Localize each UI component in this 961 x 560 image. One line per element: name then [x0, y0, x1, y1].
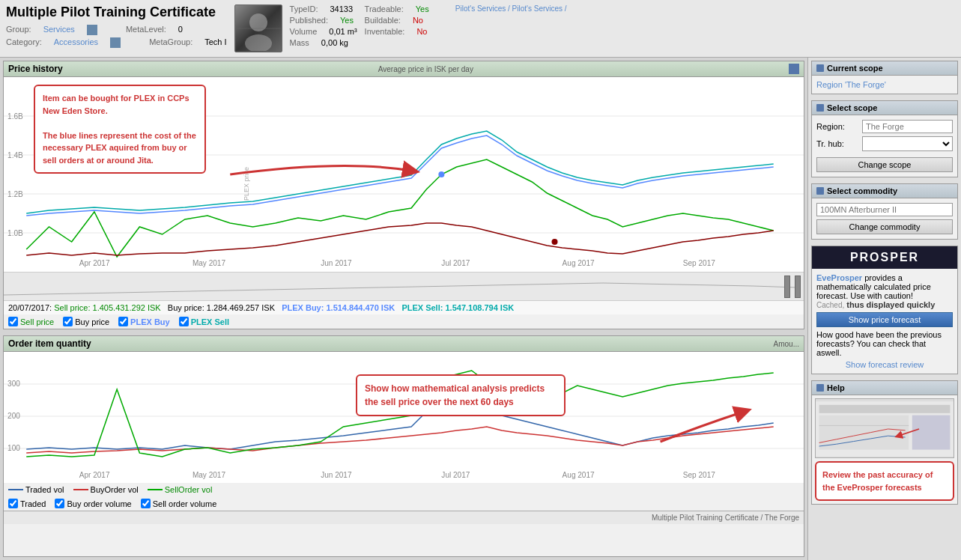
cb-traded-input[interactable]	[8, 499, 18, 508]
svg-text:Jul 2017: Jul 2017	[441, 471, 470, 479]
help-widget: Help	[811, 380, 958, 505]
header-title-block: Multiple Pilot Training Certificate Grou…	[6, 4, 227, 48]
order-legend: Traded vol BuyOrder vol SellOrder vol	[4, 483, 804, 496]
cb-sell-price-input[interactable]	[8, 317, 18, 326]
cached-bold: thus displayed quickly	[846, 300, 935, 309]
select-commodity-title: Select commodity	[827, 186, 897, 195]
change-commodity-button[interactable]: Change commodity	[816, 219, 953, 234]
cb-traded[interactable]: Traded	[8, 499, 46, 508]
metagroup-label: MetaGroup:	[149, 37, 192, 48]
region-input[interactable]	[862, 120, 953, 133]
show-price-forecast-button[interactable]: Show price forecast	[816, 312, 953, 327]
group-label: Group:	[6, 25, 31, 35]
help-header: Help	[812, 381, 957, 395]
content-area: Price history Average price in ISK per d…	[0, 58, 961, 560]
cb-plex-sell-input[interactable]	[179, 317, 189, 326]
buy-label: Buy price:	[168, 303, 204, 312]
cb-plex-buy[interactable]: PLEX Buy	[118, 317, 170, 326]
change-scope-button[interactable]: Change scope	[816, 157, 953, 172]
review-text: How good have been the previous forecast…	[816, 330, 942, 357]
svg-point-21	[551, 239, 557, 245]
item-title: Multiple Pilot Training Certificate	[6, 4, 227, 20]
cb-plex-sell[interactable]: PLEX Sell	[179, 317, 229, 326]
cb-plex-buy-input[interactable]	[118, 317, 128, 326]
prosper-body: EveProsper provides a mathematically cal…	[812, 269, 957, 374]
svg-text:PLEX price: PLEX price	[243, 167, 250, 201]
cb-sell-vol-input[interactable]	[141, 499, 151, 508]
current-scope-region[interactable]: Region 'The Forge'	[816, 80, 886, 89]
prosper-widget: PROSPER EveProsper provides a mathematic…	[811, 246, 958, 374]
cb-sell-price[interactable]: Sell price	[8, 317, 54, 326]
category-icon	[110, 37, 121, 48]
svg-text:100: 100	[7, 444, 20, 452]
cb-buy-vol[interactable]: Buy order volume	[55, 499, 131, 508]
plex-sell-value: 1.547.108.794 ISK	[445, 303, 514, 312]
current-scope-widget: Current scope Region 'The Forge'	[811, 61, 958, 94]
plex-buy-value: 1.514.844.470 ISK	[326, 303, 395, 312]
svg-text:300: 300	[7, 380, 20, 388]
trhub-row: Tr. hub:	[816, 136, 953, 151]
trhub-select[interactable]	[862, 136, 953, 151]
inventable-value: No	[416, 27, 427, 36]
mass-label: Mass	[290, 38, 309, 47]
trhub-label: Tr. hub:	[816, 139, 858, 148]
item-avatar	[234, 4, 282, 52]
price-history-title: Price history	[8, 64, 63, 74]
legend-traded-label: Traded vol	[25, 485, 64, 494]
commodity-icon	[816, 187, 824, 195]
cb-buy-price[interactable]: Buy price	[63, 317, 109, 326]
select-commodity-header: Select commodity	[812, 184, 957, 198]
plex-buy-label: PLEX Buy:	[282, 303, 324, 312]
svg-text:Sep 2017: Sep 2017	[683, 471, 715, 479]
app-container: Multiple Pilot Training Certificate Grou…	[0, 0, 961, 560]
svg-text:1.2B: 1.2B	[7, 190, 23, 198]
commodity-input[interactable]	[816, 203, 953, 216]
order-checkboxes: Traded Buy order volume Sell order volum…	[4, 496, 804, 511]
help-icon	[816, 384, 824, 392]
group-icon	[87, 25, 97, 35]
svg-text:Aug 2017: Aug 2017	[563, 259, 595, 267]
range-handle-right[interactable]	[784, 276, 790, 298]
metagroup-value: Tech I	[204, 37, 226, 48]
show-forecast-review-link[interactable]: Show forecast review	[816, 360, 953, 369]
help-callout-text: Review the past accuracy of the EveProsp…	[822, 470, 933, 492]
select-scope-widget: Select scope Region: Tr. hub: Change sco…	[811, 100, 958, 177]
price-history-expand-icon[interactable]	[789, 64, 799, 74]
current-scope-header: Current scope	[812, 61, 957, 76]
buildable-value: No	[413, 16, 423, 25]
sidebar: Current scope Region 'The Forge' Select …	[807, 58, 961, 560]
cb-buy-price-input[interactable]	[63, 317, 73, 326]
pilots-services-link1[interactable]: Pilot's Services / Pilot's Services /	[455, 4, 567, 13]
svg-point-1	[249, 13, 267, 31]
legend-traded: Traded vol	[8, 485, 64, 494]
svg-text:Jun 2017: Jun 2017	[321, 471, 352, 479]
order-callout-text: Show how mathematical analysis predicts …	[365, 383, 545, 407]
published-value: Yes	[340, 16, 354, 25]
price-history-chart: 1.6B 1.4B 1.2B 1.0B Apr 2017 May 2017 Ju…	[4, 77, 804, 272]
footer-text: Multiple Pilot Training Certificate / Th…	[652, 514, 799, 522]
category-value[interactable]: Accessories	[54, 37, 98, 48]
svg-text:1.6B: 1.6B	[7, 112, 23, 121]
cb-buy-vol-input[interactable]	[55, 499, 64, 508]
plex-sell-label: PLEX Sell:	[401, 303, 443, 312]
help-body: Review the past accuracy of the EveProsp…	[812, 395, 957, 504]
svg-text:Jun 2017: Jun 2017	[321, 259, 352, 267]
item-header: Multiple Pilot Training Certificate Grou…	[0, 0, 961, 58]
cb-sell-label: Sell price	[20, 317, 54, 326]
range-selector[interactable]	[4, 272, 804, 300]
cb-sell-vol[interactable]: Sell order volume	[141, 499, 217, 508]
legend-buy-order: BuyOrder vol	[73, 485, 139, 494]
buy-value: 1.284.469.257 ISK	[207, 303, 275, 312]
prosper-title: PROSPER	[816, 251, 953, 264]
cb-buy-vol-label: Buy order volume	[67, 499, 131, 508]
inventable-label: Inventable:	[365, 27, 405, 36]
select-scope-body: Region: Tr. hub: Change scope	[812, 115, 957, 177]
group-value[interactable]: Services	[43, 25, 75, 35]
tradeable-value: Yes	[416, 4, 429, 13]
eveprosper-link[interactable]: EveProsper	[816, 273, 862, 282]
range-handle-end[interactable]	[795, 276, 801, 298]
svg-point-20	[438, 171, 444, 177]
svg-text:May 2017: May 2017	[192, 259, 226, 267]
svg-rect-22	[4, 352, 804, 483]
order-amount-label: Amou...	[774, 340, 799, 348]
